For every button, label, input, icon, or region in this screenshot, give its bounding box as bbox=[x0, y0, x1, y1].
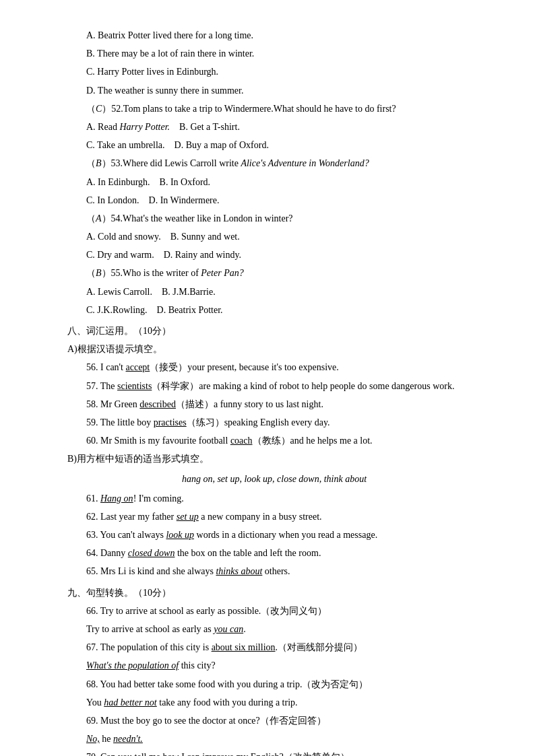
option-D1: D. The weather is sunny there in summer. bbox=[67, 82, 481, 99]
question-53: （B）53.Where did Lewis Carroll write Alic… bbox=[67, 155, 481, 172]
fill-62: 62. Last year my father set up a new com… bbox=[67, 508, 481, 525]
fill-60: 60. Mr Smith is my favourite football co… bbox=[67, 432, 481, 449]
option-A1: A. Beatrix Potter lived there for a long… bbox=[67, 27, 481, 44]
section-9-header: 九、句型转换。（10分） bbox=[67, 584, 481, 601]
option-C5: C. J.K.Rowling. D. Beatrix Potter. bbox=[67, 302, 481, 318]
option-A2: A. Read Harry Potter. B. Get a T-shirt. bbox=[67, 118, 481, 135]
transform-70-q: 70. Can you tell me how I can improve my… bbox=[67, 749, 481, 756]
option-C3: C. In London. D. In Windermere. bbox=[67, 192, 481, 209]
transform-68-a: You had better not take any food with yo… bbox=[67, 694, 481, 711]
transform-69-a: No, he needn't. bbox=[67, 730, 481, 747]
option-A5: A. Lewis Carroll. B. J.M.Barrie. bbox=[67, 283, 481, 300]
subsection-8b: B)用方框中短语的适当形式填空。 bbox=[67, 450, 481, 467]
fill-61: 61. Hang on! I'm coming. bbox=[67, 490, 481, 507]
option-C1: C. Harry Potter lives in Edinburgh. bbox=[67, 63, 481, 80]
fill-57: 57. The scientists（科学家）are making a kind… bbox=[67, 378, 481, 394]
fill-63: 63. You can't always look up words in a … bbox=[67, 526, 481, 543]
option-A4: A. Cold and snowy. B. Sunny and wet. bbox=[67, 228, 481, 245]
transform-66-a: Try to arrive at school as early as you … bbox=[67, 621, 481, 638]
fill-58: 58. Mr Green described（描述）a funny story … bbox=[67, 396, 481, 413]
option-C4: C. Dry and warm. D. Rainy and windy. bbox=[67, 246, 481, 263]
transform-67-q: 67. The population of this city is about… bbox=[67, 639, 481, 656]
question-54: （A）54.What's the weather like in London … bbox=[67, 210, 481, 227]
fill-56: 56. I can't accept（接受）your present, beca… bbox=[67, 359, 481, 376]
transform-66-q: 66. Try to arrive at school as early as … bbox=[67, 603, 481, 619]
transform-69-q: 69. Must the boy go to see the doctor at… bbox=[67, 712, 481, 729]
subsection-8a: A)根据汉语提示填空。 bbox=[67, 341, 481, 357]
option-A3: A. In Edinburgh. B. In Oxford. bbox=[67, 174, 481, 191]
section-8-header: 八、词汇运用。（10分） bbox=[67, 322, 481, 339]
transform-67-a: What's the population of this city? bbox=[67, 657, 481, 674]
fill-65: 65. Mrs Li is kind and she always thinks… bbox=[67, 563, 481, 580]
phrase-box: hang on, set up, look up, close down, th… bbox=[67, 471, 481, 487]
fill-64: 64. Danny closed down the box on the tab… bbox=[67, 545, 481, 561]
transform-68-q: 68. You had better take some food with y… bbox=[67, 676, 481, 693]
option-C2: C. Take an umbrella. D. Buy a map of Oxf… bbox=[67, 137, 481, 153]
fill-59: 59. The little boy practises（练习）speaking… bbox=[67, 414, 481, 431]
question-52: （C）52.Tom plans to take a trip to Winder… bbox=[67, 100, 481, 117]
page-content: A. Beatrix Potter lived there for a long… bbox=[67, 27, 481, 756]
question-55: （B）55.Who is the writer of Peter Pan? bbox=[67, 265, 481, 281]
option-B1: B. There may be a lot of rain there in w… bbox=[67, 45, 481, 62]
